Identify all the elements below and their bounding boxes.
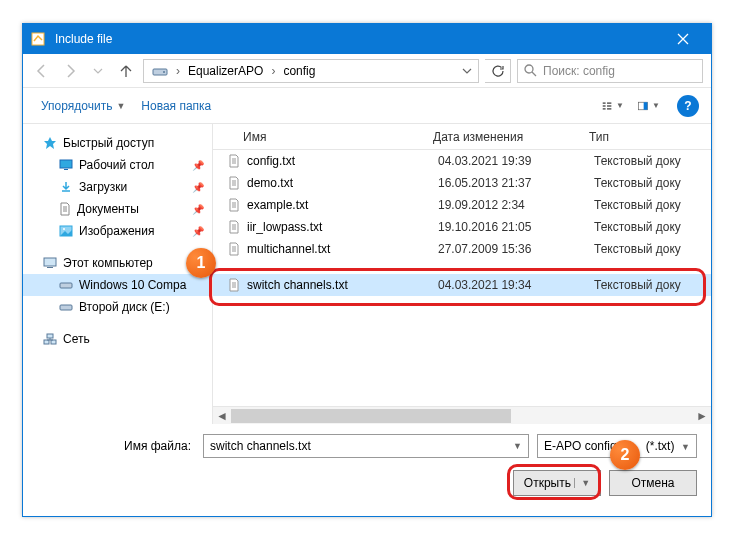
svg-point-2 <box>163 71 165 73</box>
scroll-track[interactable] <box>231 407 693 425</box>
breadcrumb-segment[interactable]: config <box>279 60 319 82</box>
pin-icon: 📌 <box>192 204 204 215</box>
chevron-icon[interactable]: › <box>269 64 277 78</box>
scroll-left-button[interactable]: ◄ <box>213 407 231 425</box>
title-bar: Include file <box>23 24 711 54</box>
window-title: Include file <box>55 32 663 46</box>
history-dropdown[interactable] <box>87 60 109 82</box>
breadcrumb-segment[interactable]: EqualizerAPO <box>184 60 267 82</box>
file-row[interactable]: iir_lowpass.txt19.10.2016 21:05Текстовый… <box>213 216 711 238</box>
help-button[interactable]: ? <box>677 95 699 117</box>
drive-icon[interactable] <box>148 60 172 82</box>
address-bar[interactable]: › EqualizerAPO › config <box>143 59 479 83</box>
file-icon <box>225 242 243 256</box>
svg-rect-20 <box>47 334 53 338</box>
address-dropdown[interactable] <box>460 66 474 76</box>
svg-rect-12 <box>60 160 72 168</box>
svg-rect-0 <box>32 33 44 45</box>
star-icon <box>43 136 57 150</box>
sidebar-downloads[interactable]: Загрузки📌 <box>23 176 212 198</box>
file-list: config.txt04.03.2021 19:39Текстовый доку… <box>213 150 711 406</box>
cancel-button[interactable]: Отмена <box>609 470 697 496</box>
svg-rect-11 <box>644 102 648 110</box>
svg-rect-16 <box>44 258 56 266</box>
svg-rect-22 <box>51 340 56 344</box>
sidebar-this-pc[interactable]: Этот компьютер <box>23 252 212 274</box>
svg-rect-18 <box>60 283 72 288</box>
view-mode-button[interactable]: ▼ <box>597 95 629 117</box>
svg-point-15 <box>63 228 65 230</box>
close-button[interactable] <box>663 24 703 54</box>
sidebar-network[interactable]: Сеть <box>23 328 212 350</box>
pin-icon: 📌 <box>192 226 204 237</box>
sidebar-windows-drive[interactable]: Windows 10 Compa <box>23 274 212 296</box>
svg-rect-5 <box>603 105 606 106</box>
scroll-right-button[interactable]: ► <box>693 407 711 425</box>
svg-rect-19 <box>60 305 72 310</box>
new-folder-button[interactable]: Новая папка <box>135 95 217 117</box>
file-icon <box>225 154 243 168</box>
pc-icon <box>43 257 57 269</box>
open-button[interactable]: Открыть ▼ <box>513 470 601 496</box>
preview-pane-button[interactable]: ▼ <box>633 95 665 117</box>
svg-rect-21 <box>44 340 49 344</box>
svg-point-3 <box>525 65 533 73</box>
network-icon <box>43 333 57 345</box>
desktop-icon <box>59 159 73 171</box>
forward-button[interactable] <box>59 60 81 82</box>
column-name[interactable]: Имя <box>213 130 425 144</box>
file-dialog: Include file › EqualizerAPO › config Пои… <box>22 23 712 517</box>
dialog-footer: Имя файла: switch channels.txt ▼ E-APO c… <box>23 424 711 510</box>
toolbar: Упорядочить ▼ Новая папка ▼ ▼ ? <box>23 88 711 124</box>
file-row[interactable]: multichannel.txt27.07.2009 15:36Текстовы… <box>213 238 711 260</box>
file-icon <box>225 176 243 190</box>
refresh-button[interactable] <box>485 59 511 83</box>
file-row[interactable]: example.txt19.09.2012 2:34Текстовый доку <box>213 194 711 216</box>
sidebar: Быстрый доступ Рабочий стол📌 Загрузки📌 Д… <box>23 124 213 424</box>
chevron-icon[interactable]: › <box>174 64 182 78</box>
sidebar-quick-access[interactable]: Быстрый доступ <box>23 132 212 154</box>
svg-rect-13 <box>64 169 68 170</box>
column-type[interactable]: Тип <box>581 130 711 144</box>
file-icon <box>225 278 243 292</box>
main-area: Быстрый доступ Рабочий стол📌 Загрузки📌 Д… <box>23 124 711 424</box>
search-input[interactable]: Поиск: config <box>517 59 703 83</box>
back-button[interactable] <box>31 60 53 82</box>
svg-rect-4 <box>603 102 606 103</box>
picture-icon <box>59 225 73 237</box>
sidebar-documents[interactable]: Документы📌 <box>23 198 212 220</box>
sidebar-pictures[interactable]: Изображения📌 <box>23 220 212 242</box>
sidebar-second-drive[interactable]: Второй диск (E:) <box>23 296 212 318</box>
file-row[interactable]: config.txt04.03.2021 19:39Текстовый доку <box>213 150 711 172</box>
scroll-thumb[interactable] <box>231 409 511 423</box>
horizontal-scrollbar[interactable]: ◄ ► <box>213 406 711 424</box>
search-icon <box>524 64 537 77</box>
drive-icon <box>59 280 73 290</box>
file-list-pane: Имя Дата изменения Тип config.txt04.03.2… <box>213 124 711 424</box>
svg-rect-9 <box>607 108 611 109</box>
svg-rect-7 <box>607 102 611 103</box>
file-row[interactable]: demo.txt16.05.2013 21:37Текстовый доку <box>213 172 711 194</box>
sidebar-desktop[interactable]: Рабочий стол📌 <box>23 154 212 176</box>
pin-icon: 📌 <box>192 182 204 193</box>
filename-label: Имя файла: <box>37 439 195 453</box>
search-placeholder: Поиск: config <box>543 64 615 78</box>
organize-button[interactable]: Упорядочить ▼ <box>35 95 131 117</box>
download-icon <box>59 180 73 194</box>
file-icon <box>225 198 243 212</box>
navigation-row: › EqualizerAPO › config Поиск: config <box>23 54 711 88</box>
chevron-down-icon[interactable]: ▼ <box>513 441 522 451</box>
filename-input[interactable]: switch channels.txt ▼ <box>203 434 529 458</box>
pin-icon: 📌 <box>192 160 204 171</box>
svg-rect-8 <box>607 105 611 106</box>
document-icon <box>59 202 71 216</box>
file-row-selected[interactable]: switch channels.txt04.03.2021 19:34Текст… <box>213 274 711 296</box>
drive-icon <box>59 302 73 312</box>
svg-rect-17 <box>47 267 53 268</box>
svg-rect-6 <box>603 108 606 109</box>
up-button[interactable] <box>115 60 137 82</box>
column-date[interactable]: Дата изменения <box>425 130 581 144</box>
column-headers: Имя Дата изменения Тип <box>213 124 711 150</box>
annotation-badge-2: 2 <box>610 440 640 470</box>
annotation-badge-1: 1 <box>186 248 216 278</box>
